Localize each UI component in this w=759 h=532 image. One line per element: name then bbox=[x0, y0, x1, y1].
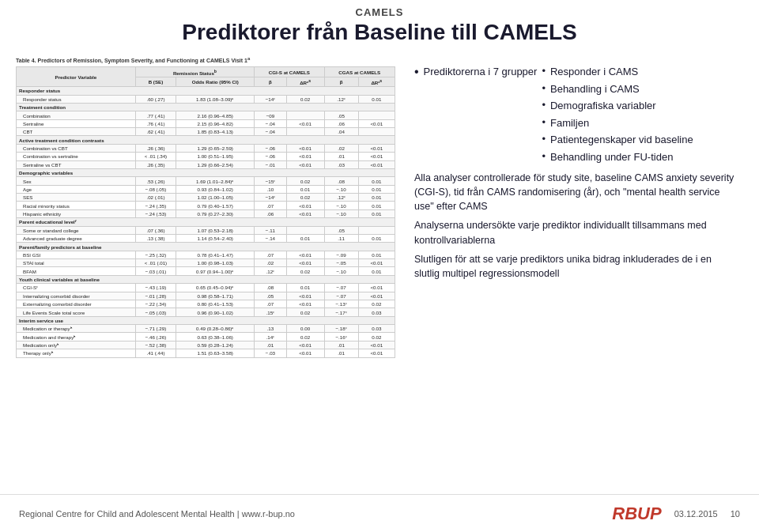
sub-bullet-text: Behandling under FU-tiden bbox=[550, 149, 673, 165]
table-row: Combination vs sertraline< .01 (.34)1.00… bbox=[17, 153, 395, 160]
table-cell: Life Events Scale total score bbox=[17, 308, 136, 316]
data-table: Predictor Variable Remission Statusb CGI… bbox=[16, 66, 395, 357]
table-cell: <0.01 bbox=[286, 209, 324, 217]
table-cell: 0.65 (0.45–0.94)ᵉ bbox=[176, 284, 255, 292]
left-panel: Table 4. Predictors of Remission, Sympto… bbox=[16, 56, 395, 491]
table-row: Advanced graduate degree.13 (.38)1.14 (0… bbox=[17, 234, 395, 242]
table-cell: −.04 bbox=[255, 119, 287, 127]
table-cell: <0.01 bbox=[286, 144, 324, 152]
table-cell: 0.79 (0.40–1.57) bbox=[176, 202, 255, 209]
table-section-header: Parent/family predictors at baseline bbox=[17, 243, 395, 251]
table-cell: 0.01 bbox=[358, 202, 395, 209]
table-cell: 0.02 bbox=[286, 177, 324, 185]
table-cell: Combination vs sertraline bbox=[17, 153, 136, 160]
table-section-header: Youth clinical variables at baseline bbox=[17, 275, 395, 283]
sub-bullet-item: Behandling under FU-tiden bbox=[542, 149, 693, 165]
table-row: Medication and therapyʰ−.46 (.26)0.63 (0… bbox=[17, 333, 395, 341]
footer-text: Regional Centre for Child and Adolescent… bbox=[19, 509, 295, 519]
table-cell: 0.02 bbox=[358, 300, 395, 308]
table-cell: −.22 (.34) bbox=[135, 300, 176, 308]
table-cell: 2.16 (0.96–4.85) bbox=[176, 111, 255, 119]
table-row: Internalizing comorbid disorder−.01 (.28… bbox=[17, 292, 395, 300]
col-cgis-b: β bbox=[255, 77, 287, 86]
table-cell: .10 bbox=[255, 185, 287, 193]
table-cell: −.01 (.28) bbox=[135, 292, 176, 300]
table-row: Sertraline.76 (.41)2.15 (0.96–4.82)−.04<… bbox=[17, 119, 395, 127]
table-cell: 0.02 bbox=[286, 308, 324, 316]
table-row: Some or standard college.07 (.36)1.07 (0… bbox=[17, 226, 395, 234]
table-cell: .05 bbox=[255, 292, 287, 300]
table-cell: .53 (.26) bbox=[135, 177, 176, 185]
table-cell: −.16ᶜ bbox=[324, 333, 358, 341]
table-cell: Sex bbox=[17, 177, 136, 185]
table-cell: Age bbox=[17, 185, 136, 193]
table-cell: .01 bbox=[324, 349, 358, 357]
paragraph2: Analyserna undersökte varje prediktor in… bbox=[414, 218, 737, 247]
table-cell: Sertraline vs CBT bbox=[17, 160, 136, 168]
table-row: Combination vs CBT.26 (.36)1.29 (0.65–2.… bbox=[17, 144, 395, 152]
table-cell: −.10 bbox=[324, 267, 358, 275]
table-cell: <0.01 bbox=[286, 153, 324, 160]
table-cell: .12ᶜ bbox=[324, 95, 358, 103]
table-cell: .77 (.41) bbox=[135, 111, 176, 119]
main-content: Table 4. Predictors of Remission, Sympto… bbox=[0, 48, 759, 491]
table-cell: 0.03 bbox=[358, 325, 395, 333]
col-predictor: Predictor Variable bbox=[17, 67, 136, 87]
table-section-header: Treatment condition bbox=[17, 103, 395, 111]
table-caption: Table 4. Predictors of Remission, Sympto… bbox=[16, 56, 395, 63]
table-cell: 1.02 (1.00–1.05) bbox=[176, 194, 255, 202]
table-cell: −14ᶜ bbox=[255, 194, 287, 202]
table-cell: .04 bbox=[324, 128, 358, 136]
table-cell: −09 bbox=[255, 111, 287, 119]
table-row: Age−.08 (.05)0.93 (0.84–1.02).100.01−.10… bbox=[17, 185, 395, 193]
table-section-header: Responder status bbox=[17, 87, 395, 95]
table-cell: 0.01 bbox=[358, 194, 395, 202]
table-cell: <0.01 bbox=[358, 341, 395, 349]
table-cell: 1.83 (1.08–3.09)ᵉ bbox=[176, 95, 255, 103]
table-cell: −.10 bbox=[324, 185, 358, 193]
table-cell: <0.01 bbox=[286, 349, 324, 357]
table-row: Sertraline vs CBT.26 (.35)1.29 (0.66–2.5… bbox=[17, 160, 395, 168]
table-cell: −.46 (.26) bbox=[135, 333, 176, 341]
table-cell: 0.80 (0.41–1.53) bbox=[176, 300, 255, 308]
table-cell: <0.01 bbox=[358, 292, 395, 300]
footer-right: RBUP 03.12.2015 10 bbox=[612, 504, 740, 524]
table-cell: 0.02 bbox=[286, 333, 324, 341]
table-section-header: Active treatment condition contrasts bbox=[17, 136, 395, 144]
footer-page: 10 bbox=[731, 509, 740, 519]
table-cell: −.06 bbox=[255, 144, 287, 152]
table-cell: −.05 (.03) bbox=[135, 308, 176, 316]
table-cell: 0.98 (0.58–1.71) bbox=[176, 292, 255, 300]
table-cell: Combination bbox=[17, 111, 136, 119]
table-cell: −.43 (.19) bbox=[135, 284, 176, 292]
col-cgas-dr2: ΔR²s bbox=[358, 77, 395, 86]
table-cell: −.24 (.35) bbox=[135, 202, 176, 209]
paragraph3: Slutligen för att se varje prediktors un… bbox=[414, 252, 737, 281]
table-cell: Externalizing comorbid disorder bbox=[17, 300, 136, 308]
table-cell: 0.59 (0.28–1.24) bbox=[176, 341, 255, 349]
table-row: Sex.53 (.26)1.69 (1.01–2.84)ᵉ−15ᶜ0.02.08… bbox=[17, 177, 395, 185]
table-cell: 1.29 (0.65–2.59) bbox=[176, 144, 255, 152]
table-cell: −.03 bbox=[255, 349, 287, 357]
header-camels-label: CAMELS bbox=[0, 6, 759, 18]
table-cell: −.07 bbox=[324, 292, 358, 300]
table-section-header: Parent educational levelᶠ bbox=[17, 218, 395, 226]
sub-bullet-text: Familjen bbox=[550, 115, 589, 131]
page-title: Prediktorer från Baseline till CAMELS bbox=[0, 20, 759, 45]
col-cgas-header: CGAS at CAMELS bbox=[324, 67, 395, 77]
table-cell: 0.01 bbox=[286, 185, 324, 193]
table-cell: .01 bbox=[324, 341, 358, 349]
footer-date: 03.12.2015 bbox=[674, 509, 718, 519]
table-row: Externalizing comorbid disorder−.22 (.34… bbox=[17, 300, 395, 308]
table-cell: .13 bbox=[255, 325, 287, 333]
table-cell: 0.96 (0.90–1.02) bbox=[176, 308, 255, 316]
table-cell: .60 (.27) bbox=[135, 95, 176, 103]
col-or: Odds Ratio (95% CI) bbox=[176, 77, 255, 86]
table-cell: −.13ᶜ bbox=[324, 300, 358, 308]
table-cell: <0.01 bbox=[286, 251, 324, 258]
table-cell: .07 bbox=[255, 251, 287, 258]
table-cell: Medication and therapyʰ bbox=[17, 333, 136, 341]
table-cell: <0.01 bbox=[286, 160, 324, 168]
table-cell: BSI GSI bbox=[17, 251, 136, 258]
table-cell: 0.02 bbox=[286, 194, 324, 202]
